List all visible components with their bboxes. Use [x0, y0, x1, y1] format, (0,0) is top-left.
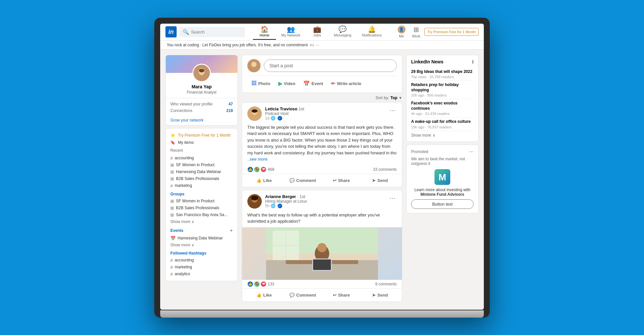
post1-comment-btn[interactable]: 💬 Comment [284, 175, 322, 186]
start-post-button[interactable]: Start a post [264, 59, 397, 72]
post2-header: Arianne Berger · 1st Hiring Manager at L… [242, 190, 402, 211]
video-action-btn[interactable]: ▶ Video [274, 78, 299, 89]
verified-icon-2: ✓ [278, 204, 282, 208]
post1-avatar[interactable] [247, 106, 262, 121]
news-item-4-title: A wake-up call for office culture [411, 119, 474, 124]
sort-value[interactable]: Top [390, 96, 397, 100]
recent-b2b[interactable]: ⊞ B2B Sales Professionals [170, 175, 233, 182]
group-b2b[interactable]: ⊞ B2B Sales Professionals [170, 205, 233, 212]
profile-name[interactable]: Mara Yap [170, 84, 234, 89]
like-reaction-icon: 👍 [247, 167, 253, 172]
nav-home[interactable]: 🏠 Home [253, 24, 276, 40]
post1-reaction-icons: 👍 🎉 ❤ [247, 167, 266, 172]
promoted-header: Promoted ··· [411, 149, 474, 155]
hashtag-icon-1: # [170, 156, 173, 161]
nav-jobs[interactable]: 💼 Jobs [306, 24, 329, 40]
article-action-btn[interactable]: ✏ Write article [327, 78, 365, 89]
post2-like-btn[interactable]: 👍 Like [245, 290, 284, 300]
start-post-row: Start a post [247, 59, 397, 72]
hashtag-analytics[interactable]: # analytics [170, 271, 233, 278]
news-show-more-btn[interactable]: Show more ∨ [411, 131, 474, 138]
hashtag-accounting[interactable]: # accounting [170, 257, 233, 264]
left-sidebar: Mara Yap Financial Analyst Who viewed yo… [165, 55, 238, 304]
news-item-1[interactable]: 29 Big Ideas that will shape 2022 Top ne… [411, 68, 474, 81]
post2-author-name[interactable]: Arianne Berger · 1st [265, 194, 307, 199]
group-icon-2: ⊞ [170, 169, 174, 174]
news-item-4[interactable]: A wake-up call for office culture 19h ag… [411, 118, 474, 131]
ad-more-icon[interactable]: ··· [316, 43, 319, 47]
globe-icon-2: 🌐 [271, 204, 276, 208]
recent-sf-women[interactable]: ⊞ SF Women in Product [170, 162, 233, 168]
nav-mynetwork[interactable]: 👥 My Network [276, 24, 306, 40]
like-reaction-icon-2: 👍 [247, 281, 253, 287]
nav-notifications[interactable]: 🔔 Notifications [357, 24, 387, 40]
hashtag-icon-2: # [170, 183, 173, 188]
profile-viewed-row[interactable]: Who viewed your profile 47 [170, 101, 233, 107]
events-add-btn[interactable]: + [230, 228, 233, 234]
profile-avatar[interactable] [192, 64, 211, 82]
post1-author-name[interactable]: Leticia Travioso 1st [265, 106, 304, 111]
recent-data-webinar[interactable]: ⊞ Harnessing Data Webinar [170, 168, 233, 175]
events-show-more[interactable]: Show more ∨ [170, 242, 233, 248]
start-post-card: Start a post 🖼 Photo ▶ Video 📅 [242, 55, 402, 93]
nav-right: 👤 Me ⊞ Work Try Premium Free for 1 Month [395, 24, 479, 39]
post2-comment-btn[interactable]: 💬 Comment [284, 290, 322, 300]
post1-share-btn[interactable]: ↩ Share [322, 175, 361, 186]
post2-body: What's the best way to follow up with a … [242, 211, 402, 227]
event-webinar[interactable]: 📅 Harnessing Data Webinar [170, 235, 233, 242]
linkedin-logo[interactable]: in [165, 26, 177, 37]
recent-marketing[interactable]: # marketing [170, 182, 233, 189]
laptop-base [160, 310, 484, 318]
profile-title: Financial Analyst [170, 90, 234, 95]
photo-action-btn[interactable]: 🖼 Photo [247, 78, 274, 89]
nav-notifications-label: Notifications [362, 33, 382, 37]
notifications-icon: 🔔 [368, 26, 376, 33]
sidebar-premium-btn[interactable]: ⭐ Try Premium Free for 1 Month [170, 132, 233, 139]
event-action-btn[interactable]: 📅 Event [299, 78, 327, 89]
post2-degree: · 1st [297, 194, 306, 199]
home-icon: 🏠 [260, 26, 269, 33]
main-layout: Mara Yap Financial Analyst Who viewed yo… [160, 50, 484, 310]
nav-work[interactable]: ⊞ Work [409, 24, 423, 39]
post1-send-btn[interactable]: ➤ Send [361, 175, 400, 186]
search-input[interactable] [191, 30, 242, 34]
post2-more-btn[interactable]: ··· [388, 194, 397, 202]
hashtag-marketing[interactable]: # marketing [170, 264, 233, 271]
post2-send-btn[interactable]: ➤ Send [361, 290, 400, 300]
feed: Start a post 🖼 Photo ▶ Video 📅 [242, 55, 402, 304]
grow-network-link[interactable]: Grow your network [166, 117, 237, 125]
hashtag-icon-mkt: # [170, 265, 173, 270]
group-sf-bay[interactable]: ⊞ San Francisco Bay Area Sa... [170, 212, 233, 218]
promoted-more-icon[interactable]: ··· [469, 149, 474, 155]
news-item-3[interactable]: Facebook's exec exodus continues 4h ago … [411, 99, 474, 118]
post1-header: Leticia Travioso 1st Podcast Host 1d 🌐 ✓ [242, 102, 402, 123]
post2-comment-count: 9 comments [375, 282, 397, 286]
search-bar[interactable]: 🔍 [179, 27, 245, 37]
profile-connections-row[interactable]: Connections 219 [170, 107, 233, 114]
current-user-avatar [247, 59, 260, 72]
news-info-icon[interactable]: ℹ [472, 59, 474, 64]
linkedin-news-card: LinkedIn News ℹ 29 Big Ideas that will s… [406, 55, 479, 142]
post2-avatar[interactable] [247, 194, 262, 209]
nav-messaging[interactable]: 💬 Messaging [329, 24, 357, 40]
news-item-4-meta: 19h ago · 76,937 readers [411, 125, 474, 129]
sort-chevron-icon[interactable]: ▼ [399, 96, 402, 100]
nav-jobs-label: Jobs [313, 33, 321, 37]
comment-icon-2: 💬 [289, 293, 295, 298]
sidebar-myitems-btn[interactable]: 🔖 My items [170, 139, 233, 146]
group-sf-women[interactable]: ⊞ SF Women in Product [170, 198, 233, 205]
post2-share-btn[interactable]: ↩ Share [322, 290, 361, 300]
news-item-2[interactable]: Retailers prep for holiday shopping 20h … [411, 81, 474, 99]
post2-footer: 👍 Like 💬 Comment ↩ Share ➤ [242, 289, 402, 302]
post1-more-btn[interactable]: ··· [388, 106, 397, 114]
recent-accounting[interactable]: # accounting [170, 155, 233, 162]
promoted-cta-btn[interactable]: Button text [411, 199, 474, 209]
nav-premium-btn[interactable]: Try Premium Free for 1 Month [424, 28, 479, 36]
celebrate-reaction-icon: 🎉 [254, 167, 260, 172]
post1-see-more[interactable]: ..see more [247, 157, 267, 162]
nav-me[interactable]: 👤 Me [395, 24, 408, 39]
post1-like-btn[interactable]: 👍 Like [245, 175, 284, 186]
nav-center: 🏠 Home 👥 My Network 💼 Jobs 💬 Messaging 🔔 [248, 24, 392, 40]
navbar: in 🔍 🏠 Home 👥 My Network 💼 Jobs [160, 24, 484, 41]
groups-show-more[interactable]: Show more ∨ [170, 218, 233, 225]
